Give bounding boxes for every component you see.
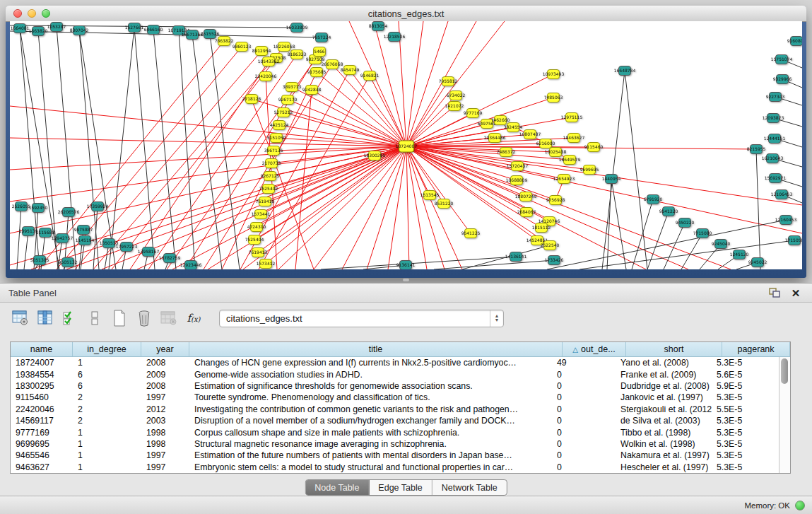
graph-node[interactable]: 10973493 bbox=[543, 70, 565, 79]
column-header[interactable]: short bbox=[626, 342, 722, 356]
graph-node[interactable]: 8186323 bbox=[288, 50, 307, 59]
select-columns-icon[interactable] bbox=[61, 309, 79, 327]
graph-node[interactable]: 7863822 bbox=[215, 37, 234, 46]
graph-node[interactable]: 9146821 bbox=[360, 71, 379, 81]
graph-node[interactable]: 9245022 bbox=[748, 258, 767, 267]
graph-node[interactable]: 2526055 bbox=[12, 202, 31, 211]
column-header[interactable]: in_degree bbox=[73, 342, 141, 356]
graph-node[interactable]: 9175685 bbox=[307, 68, 326, 77]
table-row[interactable]: 946554611997Estimation of the future num… bbox=[11, 450, 779, 461]
graph-node[interactable]: 16782759 bbox=[159, 254, 181, 263]
graph-node[interactable]: 7619410 bbox=[256, 197, 275, 206]
graph-node[interactable]: 12444151 bbox=[764, 134, 786, 144]
graph-node[interactable]: 14136141 bbox=[505, 252, 527, 262]
graph-node[interactable]: 9450220 bbox=[676, 218, 695, 228]
graph-node[interactable]: 1573412 bbox=[257, 259, 276, 269]
graph-node[interactable]: 8912954 bbox=[252, 47, 271, 56]
table-row[interactable]: 1456911722003Disruption of a novel membe… bbox=[11, 415, 779, 426]
table-row[interactable]: 969969511998Structural magnetic resonanc… bbox=[11, 438, 779, 450]
graph-node[interactable]: 15692971 bbox=[765, 174, 787, 183]
graph-node[interactable]: 7957224 bbox=[312, 33, 331, 42]
delete-column-icon[interactable] bbox=[135, 309, 153, 327]
graph-node[interactable]: 1395139 bbox=[19, 227, 38, 236]
graph-node[interactable]: 2522540 bbox=[541, 241, 560, 250]
graph-node[interactable]: 18807249 bbox=[515, 192, 537, 201]
graph-node[interactable]: 1421072 bbox=[445, 102, 464, 111]
graph-node[interactable]: 22420046 bbox=[255, 72, 277, 81]
graph-node[interactable]: 7515526 bbox=[201, 30, 220, 39]
graph-node[interactable]: 9541220 bbox=[659, 207, 678, 216]
float-panel-icon[interactable] bbox=[767, 286, 782, 299]
graph-node[interactable]: 12160453 bbox=[775, 216, 797, 225]
graph-node[interactable]: 5051305 bbox=[30, 256, 49, 265]
table-row[interactable]: 1830029562008Estimation of significance … bbox=[11, 380, 779, 392]
graph-node[interactable]: 26206576 bbox=[58, 208, 80, 217]
close-window-icon[interactable] bbox=[13, 9, 22, 18]
graph-node[interactable]: 9860123 bbox=[233, 42, 252, 52]
function-builder-icon[interactable]: f(x) bbox=[184, 309, 203, 327]
graph-node[interactable]: 7525404 bbox=[245, 235, 264, 245]
new-column-icon[interactable] bbox=[110, 309, 129, 327]
graph-node[interactable]: 5466 bbox=[314, 47, 326, 57]
graph-node[interactable]: 1440954 bbox=[602, 175, 621, 184]
graph-node[interactable]: 13958167 bbox=[138, 247, 160, 257]
table-row[interactable]: 2242004622012Investigating the contribut… bbox=[11, 404, 779, 415]
graph-node[interactable]: 1573441 bbox=[252, 210, 271, 219]
graph-node[interactable]: 18649579 bbox=[559, 156, 581, 165]
column-header[interactable]: pagerank bbox=[722, 342, 790, 356]
graph-node[interactable]: 8454749 bbox=[341, 66, 360, 75]
table-row[interactable]: 911546021997Tourette syndrome. Phenomeno… bbox=[11, 392, 779, 403]
graph-node[interactable]: 8307042 bbox=[70, 26, 89, 35]
tab-node-table[interactable]: Node Table bbox=[305, 480, 369, 495]
column-header[interactable]: year bbox=[141, 342, 189, 356]
graph-node[interactable]: 12218506 bbox=[384, 33, 406, 42]
graph-node[interactable]: 6734022 bbox=[447, 91, 466, 100]
graph-node[interactable]: 18463627 bbox=[563, 134, 585, 143]
graph-node[interactable]: 9541225 bbox=[461, 229, 481, 238]
graph-node[interactable]: 9160800 bbox=[787, 37, 802, 46]
graph-node[interactable]: 10025438 bbox=[545, 148, 567, 157]
graph-node[interactable]: 9227343 bbox=[766, 93, 785, 102]
show-column-icon[interactable] bbox=[36, 309, 54, 327]
table-options-icon[interactable] bbox=[11, 309, 30, 327]
graph-node[interactable]: 9136141 bbox=[396, 261, 416, 270]
graph-node[interactable]: 1663820 bbox=[29, 27, 48, 36]
graph-node[interactable]: 9115460 bbox=[584, 143, 604, 152]
column-header[interactable]: name bbox=[11, 342, 73, 356]
graph-node[interactable]: 2170733 bbox=[262, 159, 281, 168]
graph-node[interactable]: 5275212 bbox=[274, 108, 293, 117]
tab-network-table[interactable]: Network Table bbox=[433, 480, 507, 495]
graph-node[interactable]: 4425124 bbox=[270, 121, 289, 130]
window-titlebar[interactable]: citations_edges.txt bbox=[6, 6, 806, 22]
graph-node[interactable]: 2718126 bbox=[242, 95, 261, 104]
graph-node[interactable]: 17359924 bbox=[87, 202, 109, 211]
graph-node[interactable]: 9245040 bbox=[712, 240, 731, 249]
graph-node[interactable]: 16210643 bbox=[762, 154, 784, 163]
graph-node[interactable]: 16648784 bbox=[614, 66, 636, 76]
graph-node[interactable]: 9242848 bbox=[302, 86, 322, 95]
table-row[interactable]: 946362711997Embryonic stem cells: a mode… bbox=[11, 462, 779, 473]
row-mode-icon[interactable] bbox=[86, 309, 104, 327]
column-header[interactable]: △out_de... bbox=[563, 342, 626, 356]
graph-node[interactable]: 8215955 bbox=[747, 145, 766, 154]
graph-node[interactable]: 10807487 bbox=[519, 130, 541, 139]
graph-node[interactable]: 12654923 bbox=[553, 175, 575, 184]
graph-node[interactable]: 9505132 bbox=[59, 258, 78, 267]
column-header[interactable]: title bbox=[189, 342, 563, 356]
graph-node[interactable]: 9267170 bbox=[278, 95, 298, 105]
graph-node[interactable]: 1053287 bbox=[47, 23, 66, 32]
table-row[interactable]: 1938455462009Genome-wide association stu… bbox=[11, 368, 779, 380]
graph-node[interactable]: 1592450 bbox=[29, 204, 48, 213]
table-selector-dropdown[interactable]: citations_edges.txt ▲▼ bbox=[219, 310, 504, 327]
graph-node[interactable]: 1527661 bbox=[125, 23, 144, 33]
graph-node[interactable]: 7715080 bbox=[693, 229, 712, 238]
graph-node[interactable]: 20364486 bbox=[484, 134, 506, 143]
graph-node[interactable]: 6466160 bbox=[144, 25, 163, 35]
graph-node[interactable]: 1815112 bbox=[532, 223, 551, 233]
panel-divider-handle[interactable] bbox=[403, 279, 409, 281]
minimize-window-icon[interactable] bbox=[28, 9, 36, 18]
graph-node[interactable]: 7525402 bbox=[259, 185, 278, 194]
graph-node[interactable]: 7485063 bbox=[544, 93, 563, 103]
graph-node[interactable]: 9267125 bbox=[261, 172, 280, 181]
vertical-scrollbar[interactable] bbox=[779, 357, 790, 473]
